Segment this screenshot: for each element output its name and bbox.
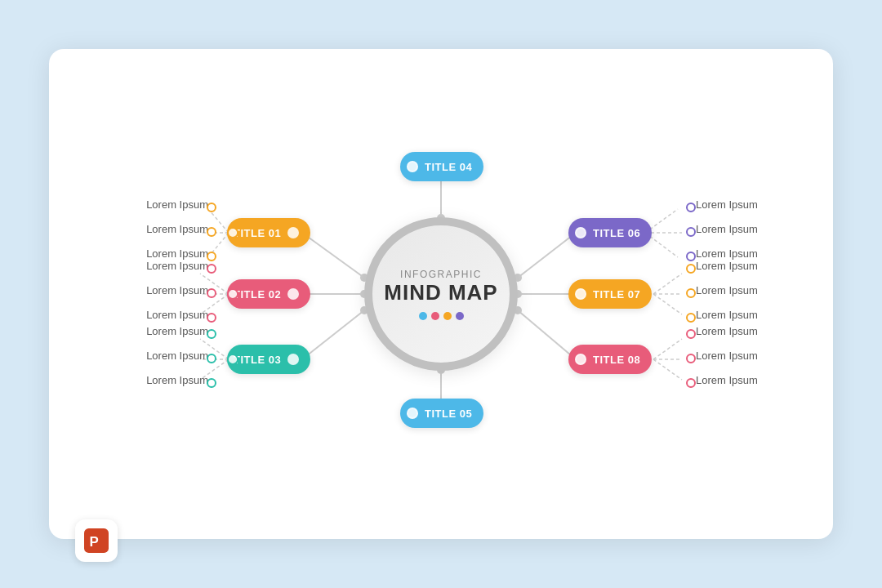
title06-leaf3-dot [686, 252, 696, 261]
title02-label: TITLE 02 [234, 288, 281, 301]
title05-pill: TITLE 05 [400, 399, 483, 428]
title08-leaf2-dot [686, 354, 696, 363]
center-circle: INFOGRAPHIC MIND MAP [364, 217, 518, 371]
title07-leaf1: Lorem Ipsum [696, 260, 758, 272]
title08-leaf1: Lorem Ipsum [696, 325, 758, 337]
title03-leaf2-dot [207, 354, 216, 363]
title03-leaf1: Lorem Ipsum [146, 325, 208, 337]
svg-line-0 [302, 233, 364, 278]
title06-leaf1-dot [686, 203, 696, 212]
svg-line-19 [518, 233, 576, 278]
title07-label: TITLE 07 [593, 288, 640, 301]
center-title: MIND MAP [384, 280, 497, 305]
title06-pill: TITLE 06 [568, 218, 652, 247]
title01-leaf1: Lorem Ipsum [146, 198, 208, 211]
ppt-icon[interactable]: P [75, 519, 118, 562]
center-dots [419, 312, 464, 320]
title08-leaf1-dot [686, 329, 696, 339]
title03-leaf1-dot [207, 329, 216, 339]
svg-line-33 [653, 359, 682, 380]
title07-pill: TITLE 07 [568, 279, 652, 309]
center-subtitle: INFOGRAPHIC [400, 269, 482, 280]
title06-left-dot [575, 227, 586, 238]
dot-4 [456, 312, 464, 320]
dot-1 [419, 312, 427, 320]
title06-label: TITLE 06 [593, 227, 640, 239]
title06-leaf2: Lorem Ipsum [696, 223, 758, 235]
title02-leaf2-dot [207, 288, 216, 298]
title02-right-dot [287, 288, 299, 300]
title01-pill: TITLE 01 [227, 218, 310, 247]
title06-leaf1: Lorem Ipsum [696, 198, 758, 211]
title02-leaf2: Lorem Ipsum [146, 284, 208, 296]
main-card: INFOGRAPHIC MIND MAP TITLE 01 Lorem Ipsu… [49, 49, 833, 539]
title03-right-dot [287, 354, 299, 365]
title07-leaf3: Lorem Ipsum [696, 309, 758, 321]
title03-label: TITLE 03 [234, 354, 281, 366]
title03-leaf3-dot [207, 378, 216, 388]
title01-right-dot [287, 227, 299, 238]
title01-label: TITLE 01 [234, 227, 281, 239]
svg-line-29 [518, 310, 576, 359]
title01-leaf2: Lorem Ipsum [146, 223, 208, 235]
title01-leaf1-dot [207, 203, 216, 212]
svg-line-10 [302, 310, 364, 359]
title04-label: TITLE 04 [425, 161, 472, 173]
title08-leaf2: Lorem Ipsum [696, 350, 758, 362]
svg-line-28 [653, 294, 682, 314]
title01-leaf3-dot [207, 252, 216, 261]
svg-text:P: P [90, 534, 99, 550]
title08-left-dot [575, 354, 586, 365]
svg-line-31 [653, 339, 682, 359]
title02-leaf1: Lorem Ipsum [146, 260, 208, 272]
title04-left-dot [407, 161, 418, 172]
title07-leaf2: Lorem Ipsum [696, 284, 758, 296]
title07-leaf3-dot [686, 313, 696, 323]
title03-leaf2: Lorem Ipsum [146, 350, 208, 362]
title02-leaf3: Lorem Ipsum [146, 309, 208, 321]
title01-leaf3: Lorem Ipsum [146, 247, 208, 260]
dot-3 [443, 312, 452, 320]
title08-leaf3: Lorem Ipsum [696, 374, 758, 386]
title04-pill: TITLE 04 [400, 152, 483, 181]
title03-pill: TITLE 03 [227, 345, 310, 374]
title07-leaf2-dot [686, 288, 696, 298]
title02-leaf3-dot [207, 313, 216, 323]
title08-label: TITLE 08 [593, 354, 640, 366]
title03-leaf3: Lorem Ipsum [146, 374, 208, 386]
title07-leaf1-dot [686, 264, 696, 274]
title08-leaf3-dot [686, 378, 696, 388]
title06-leaf3: Lorem Ipsum [696, 247, 758, 260]
title02-leaf1-dot [207, 264, 216, 274]
title05-label: TITLE 05 [425, 408, 472, 420]
title07-left-dot [575, 288, 586, 300]
title05-left-dot [407, 408, 418, 419]
title02-pill: TITLE 02 [227, 279, 310, 309]
title06-leaf2-dot [686, 227, 696, 237]
title08-pill: TITLE 08 [568, 345, 652, 374]
title01-leaf2-dot [207, 227, 216, 237]
svg-line-26 [653, 274, 682, 294]
dot-2 [431, 312, 439, 320]
